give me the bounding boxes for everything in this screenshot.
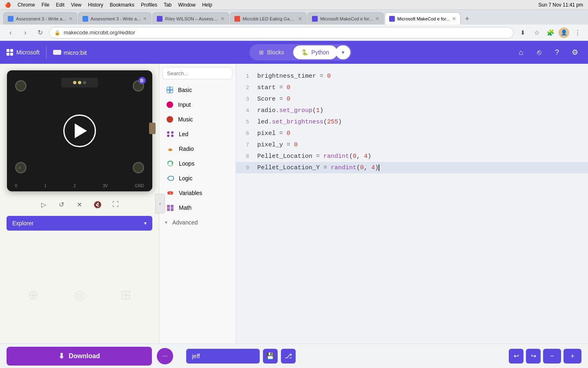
svg-point-6 — [167, 135, 169, 137]
url-bar[interactable]: 🔒 makecode.microbit.org/#editor — [49, 27, 514, 38]
more-options-icon[interactable]: ⋮ — [572, 27, 583, 38]
forward-button[interactable]: › — [20, 27, 31, 38]
tab-favicon-5 — [312, 16, 318, 22]
line-num-2: 2 — [236, 85, 249, 91]
save-project-button[interactable]: 💾 — [263, 349, 278, 364]
block-music[interactable]: Music — [159, 112, 236, 127]
simulator-panel: B A 0 1 2 3V GND — [0, 64, 159, 343]
python-mode-button[interactable]: 🐍 Python — [293, 45, 338, 59]
extension-icon[interactable]: 🧩 — [545, 27, 556, 38]
redo-button[interactable]: ↪ — [526, 349, 541, 364]
led-matrix — [61, 78, 98, 88]
menu-tab[interactable]: Tab — [164, 2, 172, 8]
bookmark-icon[interactable]: ☆ — [531, 27, 542, 38]
line-num-5: 5 — [236, 119, 249, 125]
code-line-5: 5 led.set_brightness(255) — [236, 116, 588, 128]
sim-play-button[interactable]: ▷ — [37, 198, 50, 211]
browser-tab-4[interactable]: Microbit LED Eating Gam... ✕ — [230, 12, 307, 25]
tab-close-1[interactable]: ✕ — [69, 16, 73, 22]
menu-bookmarks[interactable]: Bookmarks — [110, 2, 134, 8]
block-logic[interactable]: Logic — [159, 171, 236, 186]
download-button[interactable]: ⬇ Download — [7, 347, 152, 366]
tab-close-2[interactable]: ✕ — [143, 16, 147, 22]
settings-button[interactable]: ⚙ — [568, 46, 581, 59]
app-header: Microsoft micro:bit ⊞ Blocks 🐍 Python — [0, 41, 588, 64]
code-area[interactable]: 1 brightness_timer = 0 2 start = 0 3 Sco… — [236, 64, 588, 343]
browser-tab-2[interactable]: Assessment 3 - Write a... ✕ — [78, 12, 152, 25]
zoom-in-button[interactable]: + — [564, 349, 581, 364]
search-input[interactable] — [167, 70, 236, 76]
explorer-dropdown[interactable]: Explorer ▾ — [7, 216, 152, 231]
browser-tab-5[interactable]: Microsoft MakeCod e for... ✕ — [307, 12, 383, 25]
menu-window[interactable]: Window — [178, 2, 196, 8]
menu-profiles[interactable]: Profiles — [141, 2, 157, 8]
collapse-panel-button[interactable]: ‹ — [155, 194, 165, 213]
code-line-6: 6 pixel = 0 — [236, 128, 588, 139]
explorer-chevron: ▾ — [144, 220, 147, 226]
block-radio[interactable]: Radio — [159, 141, 236, 156]
block-basic[interactable]: Basic — [159, 83, 236, 97]
line-num-7: 7 — [236, 142, 249, 148]
menu-history[interactable]: History — [88, 2, 103, 8]
side-button-b[interactable] — [149, 123, 156, 134]
browser-toolbar: ‹ › ↻ 🔒 makecode.microbit.org/#editor ⬇ … — [0, 25, 588, 41]
code-editor[interactable]: 1 brightness_timer = 0 2 start = 0 3 Sco… — [236, 64, 588, 343]
block-loops[interactable]: Loops — [159, 156, 236, 171]
apple-icon[interactable]: 🍎 — [5, 2, 11, 8]
input-label: Input — [178, 101, 191, 108]
reload-button[interactable]: ↻ — [34, 27, 46, 38]
logic-icon — [167, 175, 174, 182]
browser-tab-6[interactable]: Microsoft MakeCod e for... ✕ — [385, 12, 461, 25]
tab-close-5[interactable]: ✕ — [375, 16, 379, 22]
loops-label: Loops — [179, 160, 194, 167]
menu-chrome[interactable]: Chrome — [18, 2, 35, 8]
blocks-mode-button[interactable]: ⊞ Blocks — [251, 45, 292, 59]
project-name-input[interactable] — [186, 349, 260, 364]
block-advanced[interactable]: ▾ Advanced — [159, 215, 236, 230]
share-button[interactable]: ⎋ — [532, 46, 546, 59]
block-led[interactable]: Led — [159, 127, 236, 141]
back-button[interactable]: ‹ — [5, 27, 16, 38]
blocks-icon: ⊞ — [259, 49, 264, 56]
play-button[interactable] — [63, 114, 96, 147]
github-button[interactable]: ⎇ — [281, 349, 296, 364]
svg-point-7 — [171, 135, 174, 137]
bg-icon-1: ⊕ — [28, 287, 39, 303]
mode-dropdown-button[interactable]: ▾ — [336, 45, 350, 59]
more-options-button[interactable]: ··· — [157, 348, 173, 364]
block-math[interactable]: Math — [159, 200, 236, 215]
zoom-out-button[interactable]: − — [543, 349, 561, 364]
sim-fullscreen-button[interactable]: ⛶ — [109, 198, 122, 211]
menu-view[interactable]: View — [71, 2, 82, 8]
menu-help[interactable]: Help — [202, 2, 212, 8]
code-line-1: 1 brightness_timer = 0 — [236, 70, 588, 82]
block-variables[interactable]: x Variables — [159, 186, 236, 200]
block-input[interactable]: Input — [159, 97, 236, 112]
new-tab-button[interactable]: + — [461, 13, 473, 25]
sim-mute-button[interactable]: 🔇 — [91, 198, 104, 211]
python-label: Python — [312, 49, 330, 56]
profile-icon[interactable]: 👤 — [559, 27, 569, 38]
sim-restart-button[interactable]: ↺ — [55, 198, 68, 211]
download-page-icon[interactable]: ⬇ — [517, 27, 528, 38]
sim-stop-button[interactable]: ✕ — [73, 198, 86, 211]
basic-dot — [167, 87, 173, 93]
tab-close-4[interactable]: ✕ — [298, 16, 302, 22]
menu-file[interactable]: File — [42, 2, 49, 8]
tab-favicon-6 — [389, 16, 395, 22]
tab-close-3[interactable]: ✕ — [220, 16, 225, 22]
music-icon — [167, 116, 173, 123]
header-right-icons: ⌂ ⎋ ? ⚙ — [514, 46, 581, 59]
menu-edit[interactable]: Edit — [56, 2, 65, 8]
home-button[interactable]: ⌂ — [514, 46, 528, 59]
tab-favicon-3 — [157, 16, 163, 22]
svg-rect-12 — [167, 205, 170, 208]
tab-close-6[interactable]: ✕ — [452, 16, 456, 22]
mode-toggle: ⊞ Blocks 🐍 Python ▾ — [249, 44, 352, 61]
help-button[interactable]: ? — [550, 46, 564, 59]
led-icon — [167, 131, 174, 137]
browser-tab-1[interactable]: Assessment 3 - Write a... ✕ — [3, 12, 77, 25]
tab-favicon-1 — [8, 16, 13, 22]
browser-tab-3[interactable]: Riley WILSON – Assessm... ✕ — [152, 12, 229, 25]
undo-button[interactable]: ↩ — [509, 349, 523, 364]
